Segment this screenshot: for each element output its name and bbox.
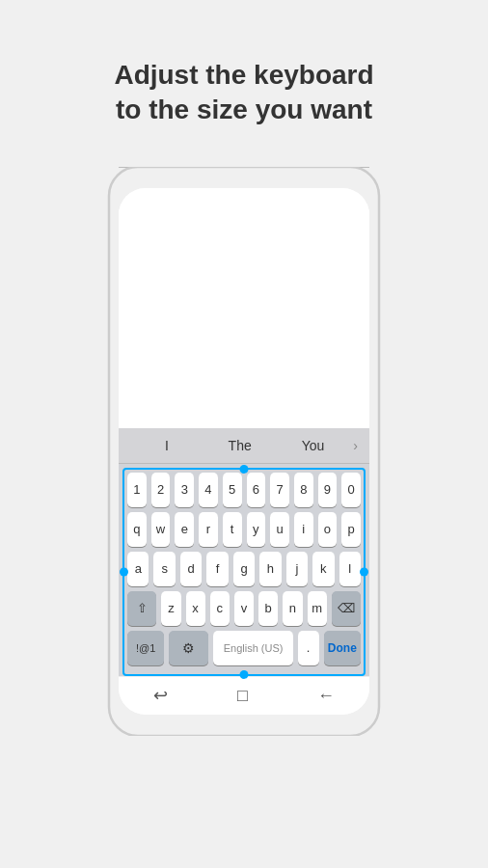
backspace-key[interactable]: ⌫ bbox=[332, 591, 361, 626]
key-k[interactable]: k bbox=[312, 552, 334, 586]
key-g[interactable]: g bbox=[233, 552, 255, 586]
zxcv-row: ⇧ z x c v b n m ⌫ bbox=[127, 591, 361, 626]
nav-home-icon[interactable]: □ bbox=[237, 686, 248, 706]
shift-key[interactable]: ⇧ bbox=[127, 591, 156, 626]
key-7[interactable]: 7 bbox=[270, 473, 289, 507]
title-line2: to the size you want bbox=[116, 95, 372, 124]
screen-content-area bbox=[119, 188, 369, 428]
phone-screen: I The You › 1 2 3 4 5 bbox=[119, 188, 369, 715]
autocomplete-word1: I bbox=[130, 436, 203, 455]
key-v[interactable]: v bbox=[234, 591, 254, 626]
key-t[interactable]: t bbox=[223, 512, 242, 547]
key-c[interactable]: c bbox=[210, 591, 230, 626]
phone-mockup: I The You › 1 2 3 4 5 bbox=[99, 167, 389, 736]
autocomplete-word3: You bbox=[277, 436, 350, 455]
key-5[interactable]: 5 bbox=[223, 473, 242, 507]
resize-dot-left[interactable] bbox=[120, 567, 128, 576]
key-u[interactable]: u bbox=[270, 512, 289, 547]
numbers-key[interactable]: !@1 bbox=[127, 631, 164, 665]
key-9[interactable]: 9 bbox=[318, 473, 338, 507]
key-4[interactable]: 4 bbox=[199, 473, 218, 507]
key-h[interactable]: h bbox=[259, 552, 281, 586]
autocomplete-arrow: › bbox=[353, 438, 358, 453]
resize-dot-top[interactable] bbox=[240, 465, 249, 474]
key-8[interactable]: 8 bbox=[294, 473, 313, 507]
keyboard-area: 1 2 3 4 5 6 7 8 9 0 q w bbox=[119, 464, 369, 676]
key-m[interactable]: m bbox=[308, 591, 327, 626]
period-key[interactable]: . bbox=[298, 631, 319, 665]
key-1[interactable]: 1 bbox=[127, 473, 147, 507]
keyboard-inner: 1 2 3 4 5 6 7 8 9 0 q w bbox=[127, 473, 361, 665]
done-key[interactable]: Done bbox=[324, 631, 361, 665]
phone-nav-bar: ↩ □ ← bbox=[119, 676, 369, 715]
space-key[interactable]: English (US) bbox=[213, 631, 292, 665]
gear-key[interactable]: ⚙ bbox=[169, 631, 208, 665]
nav-recent-icon[interactable]: ← bbox=[317, 686, 335, 706]
key-x[interactable]: x bbox=[186, 591, 205, 626]
key-w[interactable]: w bbox=[151, 512, 171, 547]
key-l[interactable]: l bbox=[339, 552, 361, 586]
bottom-row: !@1 ⚙ English (US) . Done bbox=[127, 631, 361, 665]
key-3[interactable]: 3 bbox=[175, 473, 194, 507]
key-2[interactable]: 2 bbox=[151, 473, 171, 507]
key-q[interactable]: q bbox=[127, 512, 147, 547]
page-title: Adjust the keyboard to the size you want bbox=[58, 58, 430, 128]
resize-dot-bottom[interactable] bbox=[240, 670, 249, 679]
resize-dot-right[interactable] bbox=[360, 567, 368, 576]
key-i[interactable]: i bbox=[294, 512, 313, 547]
title-line1: Adjust the keyboard bbox=[114, 60, 373, 90]
qwerty-row: q w e r t y u i o p bbox=[127, 512, 361, 547]
key-e[interactable]: e bbox=[175, 512, 194, 547]
autocomplete-bar: I The You › bbox=[119, 428, 369, 464]
key-b[interactable]: b bbox=[258, 591, 278, 626]
key-f[interactable]: f bbox=[206, 552, 228, 586]
key-s[interactable]: s bbox=[153, 552, 175, 586]
key-d[interactable]: d bbox=[180, 552, 202, 586]
key-0[interactable]: 0 bbox=[341, 473, 361, 507]
key-6[interactable]: 6 bbox=[247, 473, 266, 507]
key-a[interactable]: a bbox=[127, 552, 149, 586]
title-area: Adjust the keyboard to the size you want bbox=[0, 0, 488, 167]
keyboard-resize-border: 1 2 3 4 5 6 7 8 9 0 q w bbox=[122, 468, 366, 676]
key-n[interactable]: n bbox=[283, 591, 302, 626]
key-y[interactable]: y bbox=[247, 512, 266, 547]
autocomplete-word2: The bbox=[203, 436, 277, 455]
number-row: 1 2 3 4 5 6 7 8 9 0 bbox=[127, 473, 361, 507]
asdf-row: a s d f g h j k l bbox=[127, 552, 361, 586]
key-j[interactable]: j bbox=[286, 552, 308, 586]
key-z[interactable]: z bbox=[161, 591, 180, 626]
key-r[interactable]: r bbox=[199, 512, 218, 547]
nav-back-icon[interactable]: ↩ bbox=[153, 685, 168, 706]
key-p[interactable]: p bbox=[341, 512, 361, 547]
key-o[interactable]: o bbox=[318, 512, 338, 547]
